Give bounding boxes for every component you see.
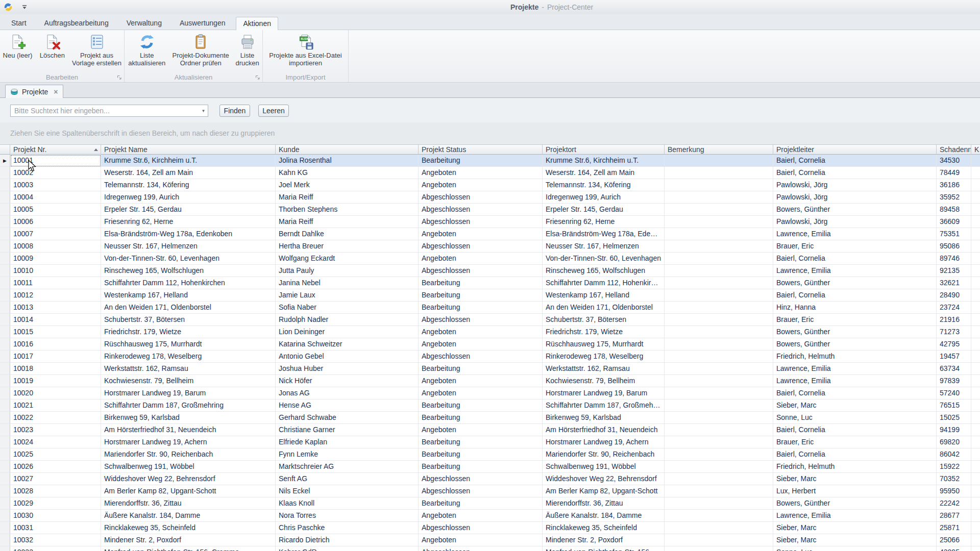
cell-projekt-nr[interactable]: 10006 <box>10 216 101 228</box>
table-row[interactable]: 10009Von-der-Tinnen-Str. 60, LevenhagenW… <box>0 253 980 265</box>
cell-projekt-status[interactable]: Angeboten <box>419 228 543 240</box>
table-row[interactable]: 10015Friedrichstr. 179, WietzeLion Deini… <box>0 326 980 338</box>
cell-projekt-name[interactable]: Widdeshover Weg 22, Behrensdorf <box>101 473 276 485</box>
cell-projektleiter[interactable]: Sieber, Marc <box>773 534 937 546</box>
cell-k[interactable] <box>971 522 980 534</box>
cell-bemerkung[interactable] <box>665 485 773 497</box>
table-row[interactable]: 10032Mindener Str. 2, PoxdorfRicardo Die… <box>0 534 980 546</box>
row-indicator[interactable] <box>0 448 10 461</box>
cell-projektort[interactable]: Am Berler Kamp 82, Upgant-Schott <box>543 485 665 497</box>
cell-schadennr[interactable]: 70352 <box>937 473 971 485</box>
cell-projekt-nr[interactable]: 10033 <box>10 546 101 551</box>
cell-projekt-nr[interactable]: 10025 <box>10 448 101 461</box>
cell-projekt-status[interactable]: Bearbeitung <box>419 277 543 289</box>
cell-projekt-nr[interactable]: 10027 <box>10 473 101 485</box>
cell-bemerkung[interactable] <box>665 424 773 436</box>
cell-kunde[interactable]: Hertha Breuer <box>276 240 419 253</box>
cell-projektleiter[interactable]: Baierl, Cornelia <box>773 155 937 167</box>
cell-projektort[interactable]: Idregenweg 199, Aurich <box>543 191 665 204</box>
cell-k[interactable] <box>971 375 980 387</box>
cell-projekt-name[interactable]: Manfred-von-Richthofen-Str. 156, Cramme <box>101 546 276 551</box>
row-indicator[interactable] <box>0 350 10 363</box>
cell-projektort[interactable]: Rüschhausweg 175, Murrhardt <box>543 338 665 350</box>
cell-projektleiter[interactable]: Sonne, Luc <box>773 412 937 424</box>
cell-bemerkung[interactable] <box>665 338 773 350</box>
cell-projekt-status[interactable]: Abgeschlossen <box>419 314 543 326</box>
cell-kunde[interactable]: Joshua Huber <box>276 363 419 375</box>
cell-schadennr[interactable]: 86042 <box>937 448 971 461</box>
row-indicator[interactable] <box>0 277 10 289</box>
cell-kunde[interactable]: Jutta Pauly <box>276 265 419 277</box>
cell-projekt-nr[interactable]: 10017 <box>10 350 101 363</box>
cell-kunde[interactable]: Janina Nebel <box>276 277 419 289</box>
table-row[interactable]: 10020Horstmarer Landweg 19, BarumJonas A… <box>0 387 980 399</box>
cell-projektleiter[interactable]: Lux, Herbert <box>773 485 937 497</box>
cell-kunde[interactable]: Kahn KG <box>276 167 419 179</box>
cell-schadennr[interactable]: 28677 <box>937 510 971 522</box>
cell-projekt-nr[interactable]: 10013 <box>10 302 101 314</box>
cell-bemerkung[interactable] <box>665 179 773 191</box>
table-row[interactable]: 10002Weserstr. 164, Zell am MainKahn KGA… <box>0 167 980 179</box>
cell-schadennr[interactable]: 32621 <box>937 277 971 289</box>
cell-projekt-nr[interactable]: 10004 <box>10 191 101 204</box>
clear-button[interactable]: Leeren <box>258 105 289 117</box>
cell-projekt-nr[interactable]: 10014 <box>10 314 101 326</box>
column-header-kunde[interactable]: Kunde <box>276 144 419 155</box>
cell-k[interactable] <box>971 277 980 289</box>
cell-projekt-name[interactable]: Rüschhausweg 175, Murrhardt <box>101 338 276 350</box>
column-header-projekt-nr[interactable]: Projekt Nr. <box>10 144 101 155</box>
cell-projektleiter[interactable]: Pawlowski, Jörg <box>773 191 937 204</box>
cell-projektleiter[interactable]: Baierl, Cornelia <box>773 424 937 436</box>
cell-k[interactable] <box>971 473 980 485</box>
cell-schadennr[interactable]: 15922 <box>937 461 971 473</box>
cell-k[interactable] <box>971 387 980 399</box>
cell-projektleiter[interactable]: Lawrence, Emilia <box>773 510 937 522</box>
cell-k[interactable] <box>971 240 980 253</box>
cell-projektleiter[interactable]: Baierl, Cornelia <box>773 167 937 179</box>
cell-k[interactable] <box>971 546 980 551</box>
row-indicator[interactable] <box>0 363 10 375</box>
row-indicator[interactable] <box>0 375 10 387</box>
cell-projektort[interactable]: Mierendorffstr. 36, Zittau <box>543 497 665 510</box>
table-row[interactable]: 10031Rincklakeweg 35, ScheinfeldChris Pa… <box>0 522 980 534</box>
cell-kunde[interactable]: Senft AG <box>276 473 419 485</box>
cell-projekt-status[interactable]: Abgeschlossen <box>419 204 543 216</box>
cell-projekt-nr[interactable]: 10001 <box>10 155 101 167</box>
cell-projekt-status[interactable]: Abgeschlossen <box>419 216 543 228</box>
cell-k[interactable] <box>971 436 980 448</box>
cell-projektort[interactable]: Werkstattstr. 162, Ramsau <box>543 363 665 375</box>
cell-projekt-name[interactable]: Rinscheweg 165, Wolfschlugen <box>101 265 276 277</box>
row-indicator[interactable] <box>0 314 10 326</box>
cell-projekt-name[interactable]: An den Weiden 171, Oldenborstel <box>101 302 276 314</box>
column-header-k[interactable]: K <box>971 144 980 155</box>
row-indicator[interactable] <box>0 546 10 551</box>
cell-bemerkung[interactable] <box>665 277 773 289</box>
cell-projekt-name[interactable]: Friesenring 62, Herne <box>101 216 276 228</box>
cell-projektort[interactable]: Friedrichstr. 179, Wietze <box>543 326 665 338</box>
cell-kunde[interactable]: Jonas AG <box>276 387 419 399</box>
cell-projekt-status[interactable]: Bearbeitung <box>419 363 543 375</box>
refresh-list-button[interactable]: Liste aktualisieren <box>125 32 169 68</box>
cell-k[interactable] <box>971 155 980 167</box>
cell-projekt-name[interactable]: Birkenweg 59, Karlsbad <box>101 412 276 424</box>
cell-k[interactable] <box>971 314 980 326</box>
cell-projekt-name[interactable]: Kochwiesenstr. 79, Bellheim <box>101 375 276 387</box>
cell-bemerkung[interactable] <box>665 240 773 253</box>
cell-projekt-name[interactable]: Telemannstr. 134, Köfering <box>101 179 276 191</box>
cell-bemerkung[interactable] <box>665 204 773 216</box>
cell-projekt-name[interactable]: Schubertstr. 37, Bötersen <box>101 314 276 326</box>
table-row[interactable]: 10008Neusser Str. 167, HelmenzenHertha B… <box>0 240 980 253</box>
ribbon-tab-auftragsbearbeitung[interactable]: Auftragsbearbeitung <box>37 16 116 30</box>
row-indicator[interactable] <box>0 522 10 534</box>
quick-access-dropdown-icon[interactable] <box>21 4 28 10</box>
cell-bemerkung[interactable] <box>665 302 773 314</box>
import-projects-from-excel-button[interactable]: XLSX Projekte aus Excel-Datei importiere… <box>265 32 347 68</box>
cell-projektort[interactable]: Äußere Kanalstr. 184, Damme <box>543 510 665 522</box>
cell-projekt-nr[interactable]: 10030 <box>10 510 101 522</box>
cell-projektort[interactable]: Widdeshover Weg 22, Behrensdorf <box>543 473 665 485</box>
cell-projekt-nr[interactable]: 10015 <box>10 326 101 338</box>
cell-k[interactable] <box>971 461 980 473</box>
cell-kunde[interactable]: Maria Reiff <box>276 216 419 228</box>
cell-schadennr[interactable]: 95950 <box>937 485 971 497</box>
cell-projektleiter[interactable]: Sieber, Marc <box>773 473 937 485</box>
